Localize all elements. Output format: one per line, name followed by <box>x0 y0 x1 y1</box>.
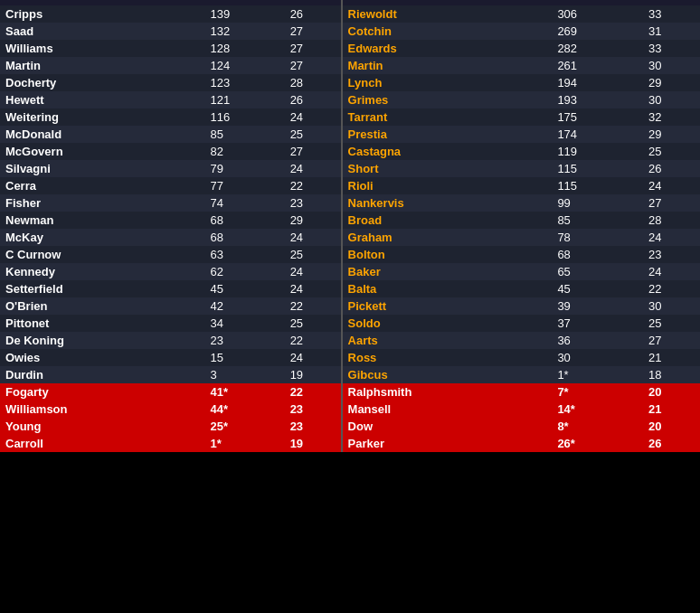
carlton-player-games: 121 <box>205 91 285 108</box>
richmond-player-name: Martin <box>342 57 553 74</box>
richmond-player-games: 115 <box>552 177 643 194</box>
carlton-player-age: 22 <box>285 332 342 349</box>
carlton-player-age: 26 <box>285 5 342 23</box>
carlton-player-games: 34 <box>205 315 285 332</box>
carlton-player-age: 24 <box>285 280 342 297</box>
table-row: Saad 132 27 Cotchin 269 31 <box>0 23 700 40</box>
highlight-richmond-games: 14* <box>552 401 643 418</box>
richmond-player-games: 39 <box>552 297 643 315</box>
richmond-player-age: 23 <box>643 246 700 263</box>
highlight-richmond-games: 7* <box>552 383 643 401</box>
carlton-player-name: McKay <box>0 229 205 246</box>
richmond-player-name: Castagna <box>342 143 553 160</box>
table-row: O'Brien 42 22 Pickett 39 30 <box>0 297 700 315</box>
table-row: Durdin 3 19 Gibcus 1* 18 <box>0 366 700 383</box>
highlight-table-row: Fogarty 41* 22 Ralphsmith 7* 20 <box>0 383 700 401</box>
richmond-player-name: Soldo <box>342 315 553 332</box>
richmond-player-name: Pickett <box>342 297 553 315</box>
carlton-player-name: O'Brien <box>0 297 205 315</box>
richmond-player-name: Tarrant <box>342 108 553 126</box>
highlight-richmond-name: Ralphsmith <box>342 383 553 401</box>
carlton-player-age: 26 <box>285 91 342 108</box>
richmond-player-name: Nankervis <box>342 194 553 212</box>
carlton-player-age: 25 <box>285 246 342 263</box>
richmond-player-name: Balta <box>342 280 553 297</box>
highlight-carlton-name: Young <box>0 418 205 435</box>
richmond-player-age: 22 <box>643 280 700 297</box>
richmond-player-games: 30 <box>552 349 643 366</box>
highlight-richmond-age: 26 <box>643 435 700 452</box>
richmond-player-name: Baker <box>342 263 553 280</box>
carlton-player-games: 42 <box>205 297 285 315</box>
carlton-player-age: 23 <box>285 194 342 212</box>
richmond-player-age: 25 <box>643 315 700 332</box>
richmond-player-games: 45 <box>552 280 643 297</box>
highlight-richmond-age: 20 <box>643 418 700 435</box>
highlight-richmond-name: Parker <box>342 435 553 452</box>
carlton-player-age: 25 <box>285 315 342 332</box>
table-row: McGovern 82 27 Castagna 119 25 <box>0 143 700 160</box>
table-row: Cripps 139 26 Riewoldt 306 33 <box>0 5 700 23</box>
highlight-carlton-games: 44* <box>205 401 285 418</box>
carlton-player-age: 19 <box>285 366 342 383</box>
carlton-player-name: Newman <box>0 212 205 229</box>
carlton-player-name: Pittonet <box>0 315 205 332</box>
richmond-player-age: 30 <box>643 297 700 315</box>
highlight-richmond-games: 26* <box>552 435 643 452</box>
carlton-player-age: 27 <box>285 23 342 40</box>
richmond-player-age: 33 <box>643 40 700 57</box>
carlton-player-name: Owies <box>0 349 205 366</box>
carlton-player-name: Silvagni <box>0 160 205 177</box>
carlton-player-name: Durdin <box>0 366 205 383</box>
table-row: Williams 128 27 Edwards 282 33 <box>0 40 700 57</box>
highlight-table-row: Young 25* 23 Dow 8* 20 <box>0 418 700 435</box>
highlight-carlton-games: 1* <box>205 435 285 452</box>
carlton-player-name: Fisher <box>0 194 205 212</box>
table-row: Owies 15 24 Ross 30 21 <box>0 349 700 366</box>
carlton-player-age: 24 <box>285 229 342 246</box>
table-row: C Curnow 63 25 Bolton 68 23 <box>0 246 700 263</box>
carlton-player-age: 24 <box>285 349 342 366</box>
highlight-table-row: Carroll 1* 19 Parker 26* 26 <box>0 435 700 452</box>
richmond-player-age: 18 <box>643 366 700 383</box>
richmond-player-games: 1* <box>552 366 643 383</box>
table-row: Setterfield 45 24 Balta 45 22 <box>0 280 700 297</box>
carlton-player-games: 124 <box>205 57 285 74</box>
richmond-player-games: 78 <box>552 229 643 246</box>
richmond-player-games: 68 <box>552 246 643 263</box>
richmond-player-name: Cotchin <box>342 23 553 40</box>
carlton-player-games: 45 <box>205 280 285 297</box>
carlton-player-name: Martin <box>0 57 205 74</box>
highlight-richmond-name: Dow <box>342 418 553 435</box>
highlight-carlton-age: 22 <box>285 383 342 401</box>
carlton-player-name: Williams <box>0 40 205 57</box>
richmond-player-games: 282 <box>552 40 643 57</box>
richmond-player-games: 37 <box>552 315 643 332</box>
carlton-player-games: 123 <box>205 74 285 91</box>
richmond-player-name: Gibcus <box>342 366 553 383</box>
richmond-player-games: 174 <box>552 126 643 143</box>
richmond-player-name: Broad <box>342 212 553 229</box>
richmond-player-age: 30 <box>643 91 700 108</box>
table-row: Martin 124 27 Martin 261 30 <box>0 57 700 74</box>
carlton-player-name: Saad <box>0 23 205 40</box>
richmond-player-age: 21 <box>643 349 700 366</box>
carlton-player-age: 22 <box>285 297 342 315</box>
carlton-player-name: De Koning <box>0 332 205 349</box>
richmond-player-games: 36 <box>552 332 643 349</box>
carlton-player-games: 68 <box>205 229 285 246</box>
richmond-player-games: 194 <box>552 74 643 91</box>
highlight-carlton-name: Williamson <box>0 401 205 418</box>
carlton-player-age: 24 <box>285 160 342 177</box>
table-row: Newman 68 29 Broad 85 28 <box>0 212 700 229</box>
richmond-player-games: 99 <box>552 194 643 212</box>
carlton-player-games: 23 <box>205 332 285 349</box>
carlton-player-age: 22 <box>285 177 342 194</box>
table-row: McDonald 85 25 Prestia 174 29 <box>0 126 700 143</box>
richmond-player-name: Bolton <box>342 246 553 263</box>
carlton-player-age: 28 <box>285 74 342 91</box>
highlight-carlton-age: 19 <box>285 435 342 452</box>
table-row: Silvagni 79 24 Short 115 26 <box>0 160 700 177</box>
richmond-player-name: Grimes <box>342 91 553 108</box>
carlton-player-age: 24 <box>285 108 342 126</box>
